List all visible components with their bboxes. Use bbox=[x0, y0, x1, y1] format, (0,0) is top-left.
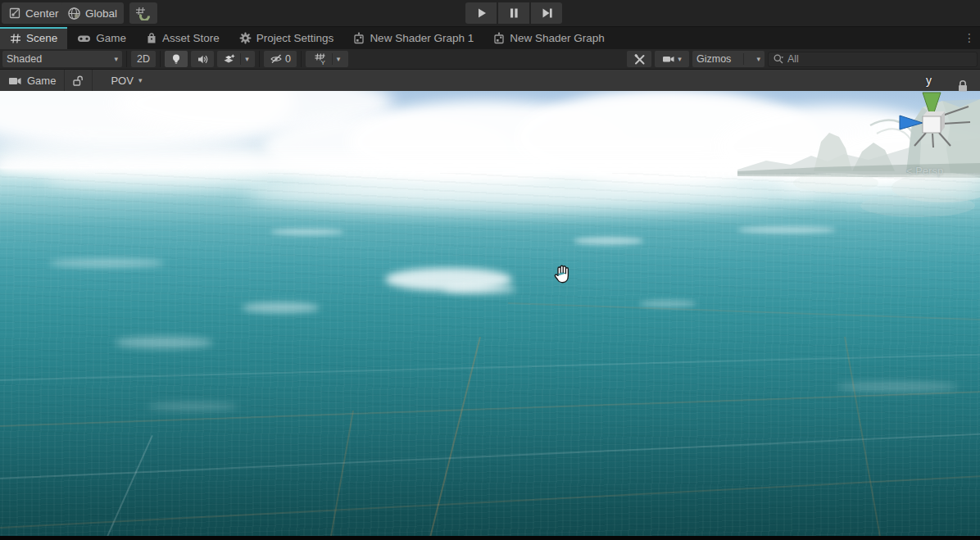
scene-viewport[interactable] bbox=[0, 91, 980, 536]
tab-asset-store-label: Asset Store bbox=[162, 32, 220, 44]
water-foam bbox=[442, 284, 516, 294]
water-highlight bbox=[737, 226, 836, 234]
eye-off-icon bbox=[270, 53, 283, 65]
water-highlight bbox=[270, 229, 344, 235]
unlock-icon bbox=[72, 75, 84, 87]
2d-toggle-button[interactable]: 2D bbox=[131, 51, 156, 67]
tab-overflow-menu[interactable]: ⋮ bbox=[964, 30, 975, 45]
tab-game-label: Game bbox=[96, 32, 126, 44]
svg-text:Y: Y bbox=[320, 59, 325, 66]
lightbulb-icon bbox=[170, 53, 182, 66]
water-highlight bbox=[147, 402, 238, 411]
gizmo-y-axis-label: y bbox=[926, 74, 932, 87]
gamepad-icon bbox=[77, 33, 91, 44]
water-ripple-texture bbox=[0, 173, 980, 536]
water-highlight bbox=[639, 300, 696, 307]
tools-overlay-button[interactable] bbox=[627, 51, 651, 67]
search-icon bbox=[773, 53, 784, 65]
water-highlight bbox=[49, 259, 164, 267]
effects-dropdown-button[interactable]: ▾ bbox=[217, 51, 255, 67]
gear-icon bbox=[239, 32, 252, 44]
overlay-pov-label: POV bbox=[111, 75, 133, 87]
tab-game[interactable]: Game bbox=[67, 27, 136, 49]
shader-graph-icon bbox=[353, 32, 365, 44]
gizmo-lock-icon[interactable] bbox=[957, 79, 969, 93]
bottom-border-bar bbox=[0, 536, 980, 540]
scene-orientation-gizmo[interactable]: y bbox=[885, 75, 980, 157]
draw-mode-label: Shaded bbox=[7, 53, 42, 65]
step-button[interactable] bbox=[531, 2, 562, 24]
camcorder-icon bbox=[8, 75, 22, 87]
tab-new-shader-graph-label: New Shader Graph bbox=[510, 32, 605, 44]
hidden-objects-button[interactable]: 0 bbox=[264, 51, 297, 67]
grid-snap-button[interactable] bbox=[129, 2, 157, 24]
search-input[interactable] bbox=[787, 53, 951, 65]
projection-mode-label[interactable]: < Persp bbox=[906, 165, 943, 177]
globe-icon bbox=[67, 7, 81, 20]
tab-bar: Scene Game Asset Store Project Settings … bbox=[0, 27, 980, 49]
gizmo-z-axis-cone[interactable] bbox=[900, 116, 923, 129]
tool-handle-pivot-button[interactable]: Center bbox=[2, 2, 66, 24]
tab-asset-store[interactable]: Asset Store bbox=[136, 27, 229, 49]
grid-visibility-dropdown[interactable]: Y ▾ bbox=[306, 51, 348, 67]
chevron-down-icon: ▾ bbox=[138, 77, 143, 84]
chevron-down-icon: ▾ bbox=[678, 56, 682, 63]
scene-camera-dropdown[interactable]: ▾ bbox=[655, 51, 689, 67]
pause-button[interactable] bbox=[498, 2, 529, 24]
main-toolbar: Center Global bbox=[0, 0, 980, 27]
tool-handle-rotation-button[interactable]: Global bbox=[61, 2, 124, 24]
overlay-camera-label: Game bbox=[27, 75, 56, 87]
tab-new-shader-graph-1-label: New Shader Graph 1 bbox=[370, 32, 474, 44]
camera-icon bbox=[662, 53, 675, 65]
lighting-toggle-button[interactable] bbox=[165, 51, 188, 67]
pan-hand-cursor bbox=[551, 262, 575, 287]
shopping-bag-icon bbox=[146, 32, 157, 44]
water-highlight bbox=[242, 302, 320, 313]
play-button[interactable] bbox=[465, 2, 497, 24]
draw-mode-dropdown[interactable]: Shaded ▾ bbox=[2, 51, 122, 67]
chevron-down-icon: ▾ bbox=[245, 56, 249, 63]
grid-axis-icon: Y bbox=[314, 52, 328, 66]
pivot-icon bbox=[8, 7, 21, 20]
scene-view-toolbar: Shaded ▾ 2D ▾ 0 Y ▾ bbox=[0, 49, 980, 70]
scene-search-field[interactable] bbox=[768, 52, 978, 67]
tab-project-settings-label: Project Settings bbox=[256, 32, 334, 44]
grid-snap-icon bbox=[135, 7, 152, 20]
scene-grid-icon bbox=[10, 33, 21, 44]
shader-graph-icon bbox=[493, 32, 505, 44]
gizmos-dropdown[interactable]: Gizmos ▾ bbox=[692, 51, 764, 67]
cameras-overlay-bar: Game POV ▾ bbox=[0, 70, 980, 91]
chevron-down-icon: ▾ bbox=[756, 56, 760, 63]
chevron-down-icon: ▾ bbox=[337, 56, 341, 63]
water-highlight bbox=[574, 237, 643, 245]
tab-scene-label: Scene bbox=[26, 32, 57, 44]
effects-icon bbox=[223, 53, 236, 66]
overlay-pov-dropdown[interactable]: POV ▾ bbox=[102, 70, 150, 91]
hidden-objects-count: 0 bbox=[285, 53, 291, 65]
audio-toggle-button[interactable] bbox=[191, 51, 214, 67]
tools-icon bbox=[633, 53, 646, 66]
chevron-down-icon: ▾ bbox=[114, 56, 118, 63]
pivot-button-label: Center bbox=[25, 7, 59, 20]
speaker-icon bbox=[197, 53, 209, 66]
tab-new-shader-graph-1[interactable]: New Shader Graph 1 bbox=[343, 27, 483, 49]
rotation-button-label: Global bbox=[85, 7, 117, 20]
gizmos-label: Gizmos bbox=[696, 53, 731, 65]
2d-toggle-label: 2D bbox=[137, 53, 150, 65]
tab-new-shader-graph[interactable]: New Shader Graph bbox=[483, 27, 615, 49]
transport-controls bbox=[465, 2, 562, 24]
tab-project-settings[interactable]: Project Settings bbox=[229, 27, 344, 49]
unity-editor-window: Center Global Scene Game Asset Store bbox=[0, 0, 980, 540]
overlay-camera-select-button[interactable]: Game bbox=[0, 70, 64, 91]
water-highlight bbox=[115, 337, 213, 348]
overlay-lock-toggle[interactable] bbox=[65, 70, 92, 91]
tab-scene[interactable]: Scene bbox=[0, 27, 67, 49]
